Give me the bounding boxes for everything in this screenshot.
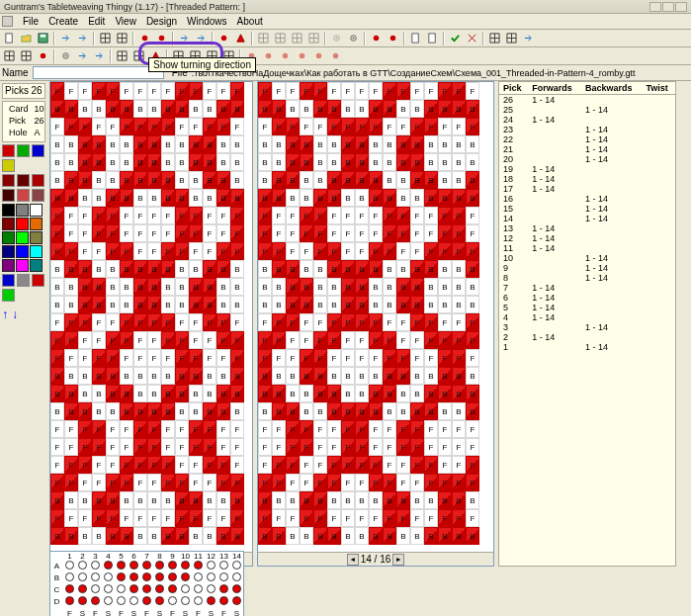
t2-r-icon[interactable]: [311, 48, 326, 63]
draft-cell[interactable]: F: [313, 242, 327, 260]
draft-cell[interactable]: B: [355, 135, 369, 153]
menu-file[interactable]: File: [18, 15, 43, 28]
draft-cell[interactable]: F: [438, 242, 452, 260]
turning-row[interactable]: 141 - 14: [499, 214, 675, 223]
threading-dot[interactable]: [155, 596, 164, 605]
draft-cell[interactable]: F: [106, 474, 120, 491]
dir-row-1[interactable]: S: [102, 608, 115, 617]
t2-c-icon[interactable]: [36, 48, 50, 63]
draft-cell[interactable]: F: [424, 331, 438, 349]
draft-cell[interactable]: B: [452, 385, 466, 402]
extra1-icon[interactable]: [487, 31, 502, 45]
draft-cell[interactable]: F: [383, 313, 396, 331]
draft-cell[interactable]: F: [272, 420, 286, 438]
grid-icon[interactable]: [98, 31, 113, 45]
draft-cell[interactable]: B: [286, 402, 300, 420]
minimize-button[interactable]: [649, 2, 661, 12]
draft-cell[interactable]: B: [383, 260, 396, 278]
draft-cell[interactable]: B: [424, 296, 438, 313]
draft-cell[interactable]: F: [175, 420, 189, 438]
draft-cell[interactable]: F: [369, 331, 383, 349]
draft-cell[interactable]: F: [300, 509, 313, 527]
draft-cell[interactable]: B: [424, 278, 438, 296]
draft-cell[interactable]: F: [438, 349, 452, 367]
draft-cell[interactable]: F: [64, 82, 78, 100]
draft-cell[interactable]: B: [78, 491, 92, 509]
draft-cell[interactable]: B: [216, 278, 230, 296]
side-draft[interactable]: FFFFFFFFFFFFFFFFBBBBBBBBBBBBBBBBFFFFFFFF…: [257, 81, 494, 567]
turning-sequence-panel[interactable]: PickForwardsBackwardsTwist261 - 14251 - …: [498, 81, 676, 567]
draft-cell[interactable]: B: [466, 296, 479, 313]
draft-cell[interactable]: B: [203, 296, 216, 313]
draft-cell[interactable]: F: [466, 474, 479, 491]
draft-cell[interactable]: F: [161, 420, 175, 438]
draft-cell[interactable]: B: [175, 278, 189, 296]
draft-cell[interactable]: B: [258, 402, 272, 420]
draft-cell[interactable]: F: [161, 474, 175, 491]
draft-cell[interactable]: B: [396, 171, 410, 189]
threading-dot[interactable]: [65, 561, 74, 570]
draft-row[interactable]: FFFFFFFFFFFFFFFF: [258, 349, 493, 367]
draft-cell[interactable]: F: [258, 82, 272, 100]
draft-cell[interactable]: B: [175, 260, 189, 278]
threading-dot[interactable]: [130, 561, 138, 570]
draft-cell[interactable]: B: [189, 189, 203, 207]
draft-cell[interactable]: F: [50, 331, 64, 349]
draft-row[interactable]: FFFFFFFFFFFFFF: [50, 242, 252, 260]
draft-cell[interactable]: B: [355, 527, 369, 545]
draft-cell[interactable]: F: [300, 438, 313, 456]
draft-cell[interactable]: F: [272, 207, 286, 224]
draft-cell[interactable]: F: [175, 118, 189, 135]
draft-cell[interactable]: F: [147, 420, 161, 438]
threading-dot[interactable]: [219, 561, 228, 570]
draft-cell[interactable]: B: [230, 171, 244, 189]
draft-cell[interactable]: F: [383, 331, 396, 349]
draft-cell[interactable]: F: [133, 82, 147, 100]
draft-cell[interactable]: F: [300, 224, 313, 242]
draft-cell[interactable]: F: [369, 224, 383, 242]
draft-cell[interactable]: F: [438, 474, 452, 491]
threading-dot[interactable]: [78, 584, 87, 593]
draft-cell[interactable]: F: [78, 224, 92, 242]
draft-cell[interactable]: F: [383, 224, 396, 242]
draft-cell[interactable]: F: [92, 474, 106, 491]
draft-cell[interactable]: F: [106, 242, 120, 260]
draft-cell[interactable]: B: [78, 402, 92, 420]
palette-swatch-2[interactable]: [30, 204, 43, 217]
draft-cell[interactable]: F: [92, 207, 106, 224]
draft-cell[interactable]: B: [272, 527, 286, 545]
draft-cell[interactable]: B: [272, 278, 286, 296]
draft-cell[interactable]: F: [189, 242, 203, 260]
draft-cell[interactable]: B: [369, 260, 383, 278]
draft-row[interactable]: BBBBBBBBBBBBBBBB: [258, 171, 493, 189]
draft-cell[interactable]: F: [300, 82, 313, 100]
draft-cell[interactable]: B: [175, 367, 189, 385]
draft-cell[interactable]: B: [92, 367, 106, 385]
t2-b-icon[interactable]: [19, 48, 34, 63]
draft-row[interactable]: BBBBBBBBBBBBBBBB: [258, 402, 493, 420]
draft-cell[interactable]: F: [64, 509, 78, 527]
draft-cell[interactable]: B: [410, 189, 424, 207]
draft-cell[interactable]: F: [452, 313, 466, 331]
draft-row[interactable]: BBBBBBBBBBBBBB: [50, 402, 252, 420]
draft-cell[interactable]: B: [410, 527, 424, 545]
draft-cell[interactable]: B: [369, 189, 383, 207]
draft-cell[interactable]: F: [120, 224, 133, 242]
draft-cell[interactable]: B: [341, 260, 355, 278]
draft-row[interactable]: FFFFFFFFFFFFFFFF: [258, 242, 493, 260]
draft-cell[interactable]: F: [327, 313, 341, 331]
draft-row[interactable]: FFFFFFFFFFFFFFFF: [258, 420, 493, 438]
draft-cell[interactable]: F: [147, 349, 161, 367]
draft-cell[interactable]: B: [175, 296, 189, 313]
draft-cell[interactable]: B: [341, 171, 355, 189]
draft-cell[interactable]: B: [452, 171, 466, 189]
draft-cell[interactable]: F: [258, 331, 272, 349]
draft-cell[interactable]: F: [189, 207, 203, 224]
rotate-icon[interactable]: [329, 31, 344, 45]
t2-g-icon[interactable]: [115, 48, 130, 63]
draft-cell[interactable]: B: [286, 385, 300, 402]
threading-dot[interactable]: [117, 584, 126, 593]
draft-cell[interactable]: F: [410, 207, 424, 224]
draft-cell[interactable]: B: [286, 135, 300, 153]
draft-cell[interactable]: B: [466, 367, 479, 385]
